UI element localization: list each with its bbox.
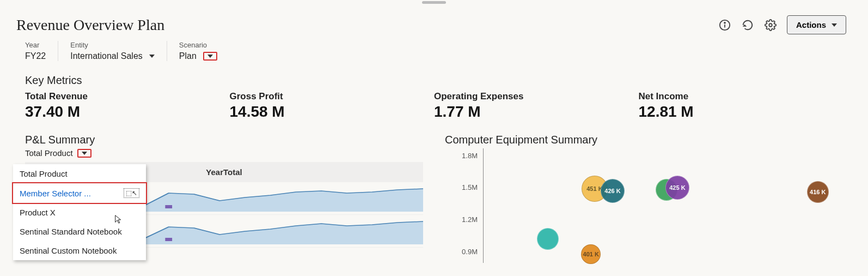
info-icon[interactable] (718, 19, 731, 32)
dropdown-item-sentinal-custom[interactable]: Sentinal Custom Notebook (13, 241, 146, 260)
y-tick: 1.5M (462, 183, 478, 191)
key-metrics-title: Key Metrics (25, 74, 868, 87)
filter-bar: Year FY22 Entity International Sales Sce… (0, 34, 868, 61)
metric-gross-profit: Gross Profit 14.58 M (230, 91, 435, 121)
svg-rect-7 (165, 238, 172, 241)
gear-icon[interactable] (764, 19, 777, 32)
y-axis: 1.8M 1.5M 1.2M 0.9M (451, 148, 481, 263)
metric-label: Net Income (639, 91, 843, 102)
page-title: Revenue Overview Plan (16, 16, 164, 34)
y-tick: 0.9M (462, 248, 478, 256)
key-metrics-row: Total Revenue 37.40 M Gross Profit 14.58… (0, 91, 868, 121)
filter-year-value: FY22 (25, 51, 46, 61)
metric-net-income: Net Income 12.81 M (639, 91, 843, 121)
metric-label: Operating Expenses (434, 91, 639, 102)
metric-value: 37.40 M (25, 103, 230, 121)
svg-rect-5 (165, 205, 172, 208)
pl-summary-title: P&L Summary (25, 134, 423, 146)
svg-point-3 (769, 23, 772, 27)
bubble-plot: 451 K426 K401 K425 K416 K (483, 148, 843, 263)
selector-icon: ⬚↖ (124, 188, 139, 198)
svg-point-2 (724, 22, 725, 23)
scenario-dropdown-highlight[interactable] (203, 52, 217, 61)
chevron-down-icon (207, 55, 213, 58)
sparkline-chart (134, 218, 423, 244)
bubble-point[interactable]: 426 K (601, 179, 625, 203)
product-dropdown-menu: Total Product Member Selector ... ⬚↖ Pro… (13, 164, 146, 260)
drag-handle[interactable] (422, 1, 446, 4)
metric-total-revenue: Total Revenue 37.40 M (25, 91, 230, 121)
metric-value: 14.58 M (230, 103, 435, 121)
filter-scenario-value: Plan (179, 51, 197, 61)
filter-year: Year FY22 (25, 41, 58, 61)
product-dropdown-highlight[interactable] (77, 149, 91, 158)
refresh-icon[interactable] (741, 19, 754, 32)
chevron-down-icon (832, 23, 837, 27)
bubble-point[interactable]: 401 K (581, 244, 601, 264)
filter-entity-value: International Sales (70, 51, 143, 61)
bubble-point[interactable] (537, 228, 559, 250)
actions-button-label: Actions (796, 20, 826, 29)
sparkline-chart (134, 185, 423, 212)
metric-value: 12.81 M (639, 103, 843, 121)
y-tick: 1.2M (462, 215, 478, 224)
bubble-point[interactable]: 425 K (665, 176, 689, 200)
header-controls: Actions (718, 15, 846, 34)
dropdown-item-product-x[interactable]: Product X (13, 203, 146, 222)
filter-scenario: Scenario Plan (179, 41, 229, 61)
dropdown-item-label: Member Selector ... (20, 189, 91, 198)
metric-value: 1.77 M (434, 103, 639, 121)
chevron-down-icon (82, 152, 87, 155)
product-selector[interactable]: Total Product (25, 148, 423, 158)
equipment-summary-title: Computer Equipment Summary (445, 134, 843, 146)
filter-entity-label: Entity (70, 41, 155, 49)
dropdown-item-member-selector[interactable]: Member Selector ... ⬚↖ (12, 182, 147, 204)
y-tick: 1.8M (462, 151, 478, 159)
actions-button[interactable]: Actions (787, 15, 846, 34)
pl-summary-panel: P&L Summary Total Product Total Product … (25, 134, 423, 263)
filter-scenario-label: Scenario (179, 41, 217, 49)
metric-label: Gross Profit (230, 91, 435, 102)
chevron-down-icon[interactable] (149, 55, 155, 58)
metric-operating-expenses: Operating Expenses 1.77 M (434, 91, 639, 121)
dropdown-item-total-product[interactable]: Total Product (13, 164, 146, 183)
bubble-point[interactable]: 416 K (807, 181, 829, 203)
equipment-summary-panel: Computer Equipment Summary 1.8M 1.5M 1.2… (445, 134, 843, 263)
filter-entity: Entity International Sales (70, 41, 167, 61)
product-selector-value: Total Product (25, 148, 73, 158)
filter-year-label: Year (25, 41, 46, 49)
metric-label: Total Revenue (25, 91, 230, 102)
dropdown-item-sentinal-standard[interactable]: Sentinal Standard Notebook (13, 222, 146, 241)
bubble-chart: 1.8M 1.5M 1.2M 0.9M 451 K426 K401 K425 K… (451, 148, 843, 263)
